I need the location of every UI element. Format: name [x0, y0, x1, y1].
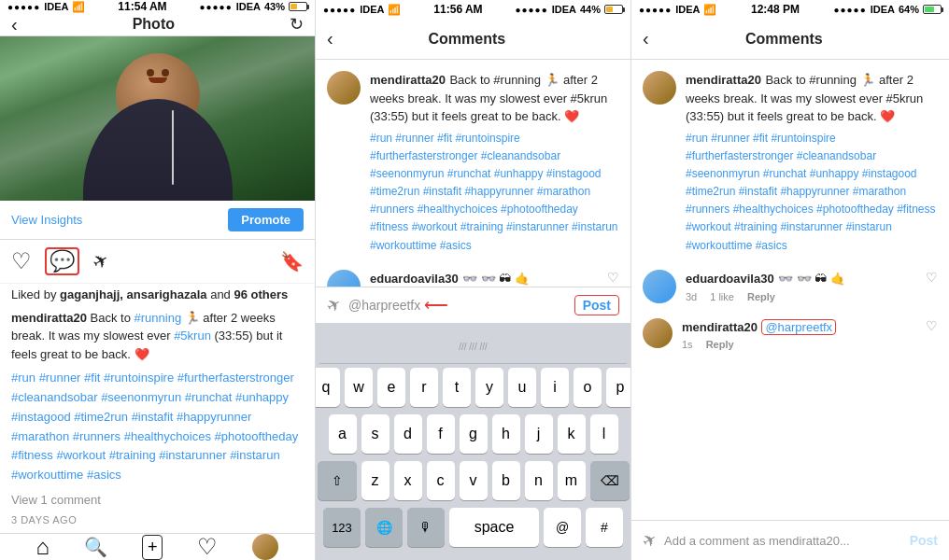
key-e[interactable]: e	[377, 368, 405, 407]
status-right-1: ●●●●● IDEA 43%	[199, 1, 307, 12]
key-f[interactable]: f	[427, 414, 455, 454]
post-time-ago: 3 DAYS AGO	[0, 511, 315, 533]
key-b[interactable]: b	[492, 461, 520, 500]
comment-username-3-2: eduardoavila30	[686, 272, 774, 286]
panel-comments-keyboard: ●●●●● IDEA 📶 11:56 AM ●●●●● IDEA 44% ‹ C…	[316, 0, 631, 560]
post-button-2[interactable]: Post	[574, 295, 619, 315]
key-123[interactable]: 123	[323, 508, 361, 547]
bookmark-icon[interactable]: 🔖	[280, 250, 304, 273]
comment-item-3-1: mendiratta20 Back to #running 🏃 after 2 …	[643, 71, 938, 255]
time-3: 12:48 PM	[751, 3, 800, 16]
profile-nav-avatar[interactable]	[252, 534, 278, 560]
back-button-3[interactable]: ‹	[643, 28, 649, 49]
key-d[interactable]: d	[394, 414, 422, 454]
input-send-icon-2: ✈	[323, 293, 346, 318]
key-x[interactable]: x	[394, 461, 422, 500]
view-comments-link[interactable]: View 1 comment	[0, 489, 315, 511]
key-p[interactable]: p	[606, 368, 631, 407]
comment-like-icon-3-3[interactable]: ♡	[926, 318, 938, 350]
key-n[interactable]: n	[525, 461, 553, 500]
signal-2-2: ●●●●●	[515, 5, 547, 15]
comment-item-3-3: mendiratta20 @harpreetfx 1s Reply ♡	[643, 318, 938, 350]
key-y[interactable]: y	[475, 368, 503, 407]
comment-icon[interactable]: 💬	[45, 247, 79, 275]
time-2: 11:56 AM	[433, 3, 482, 16]
status-bar-1: ●●●●● IDEA 📶 11:54 AM ●●●●● IDEA 43%	[0, 0, 315, 13]
nav-bar-comments-2: ‹ Comments	[316, 19, 630, 60]
carrier-2-2: IDEA	[552, 4, 576, 15]
key-globe[interactable]: 🌐	[365, 508, 403, 547]
nav-bar-photo: ‹ Photo ↻	[0, 13, 315, 36]
suggestion-dividers: /// /// ///	[459, 342, 488, 352]
comment-item-2: eduardoavila30 👓 👓 🕶 🤙 3d 1 like Reply ♡	[327, 270, 619, 287]
caption: mendiratta20 Back to #running 🏃 after 2 …	[0, 305, 315, 368]
back-button-2[interactable]: ‹	[327, 28, 333, 49]
promote-button[interactable]: Promote	[228, 208, 304, 231]
key-hash[interactable]: #	[586, 508, 623, 547]
key-g[interactable]: g	[460, 414, 488, 454]
comment-hashtags-3-1: #run #runner #fit #runtoinspire #further…	[686, 126, 938, 255]
key-z[interactable]: z	[361, 461, 390, 500]
reply-button-3-3[interactable]: Reply	[706, 339, 734, 350]
heart-icon[interactable]: ♡	[11, 248, 32, 274]
key-m[interactable]: m	[558, 461, 586, 500]
comment-body-3-3: mendiratta20 @harpreetfx 1s Reply	[682, 318, 916, 350]
wifi-icon-3: 📶	[703, 4, 716, 16]
key-k[interactable]: k	[558, 414, 586, 454]
refresh-icon-1[interactable]: ↻	[290, 14, 304, 35]
battery-icon-1	[289, 2, 307, 11]
key-u[interactable]: u	[508, 368, 536, 407]
key-s[interactable]: s	[361, 414, 390, 454]
key-j[interactable]: j	[525, 414, 553, 454]
likes-count: Liked by gaganjhajj, ansarighazala and 9…	[0, 284, 315, 305]
caption-text: Back to	[91, 311, 135, 325]
battery-icon-3	[923, 5, 942, 14]
nav-title-1: Photo	[133, 16, 175, 33]
key-h[interactable]: h	[492, 414, 520, 454]
key-space[interactable]: space	[449, 508, 539, 547]
insights-bar: View Insights Promote	[0, 201, 315, 240]
comment-meta-3-2: 3d 1 like Reply	[686, 291, 916, 302]
post-button-3[interactable]: Post	[910, 533, 938, 548]
input-value-2: @harpreetfx	[348, 298, 420, 313]
back-button-1[interactable]: ‹	[11, 14, 18, 35]
status-left-1: ●●●●● IDEA 📶	[7, 1, 85, 13]
search-nav-icon[interactable]: 🔍	[84, 536, 107, 558]
key-t[interactable]: t	[443, 368, 471, 407]
comments-list-2: mendiratta20 Back to #running 🏃 after 2 …	[316, 60, 630, 287]
battery-pct-1: 43%	[264, 1, 285, 12]
key-o[interactable]: o	[574, 368, 602, 407]
wifi-icon-1: 📶	[72, 1, 85, 13]
comment-avatar-2	[327, 270, 361, 287]
key-i[interactable]: i	[541, 368, 569, 407]
status-left-3: ●●●●● IDEA 📶	[639, 4, 716, 16]
status-bar-3: ●●●●● IDEA 📶 12:48 PM ●●●●● IDEA 64%	[631, 0, 949, 19]
key-a[interactable]: a	[329, 414, 357, 454]
comment-like-icon-3-2[interactable]: ♡	[926, 270, 938, 303]
key-c[interactable]: c	[427, 461, 455, 500]
heart-nav-icon[interactable]: ♡	[197, 534, 218, 560]
photo-image	[0, 36, 315, 200]
reply-button-3-2[interactable]: Reply	[747, 291, 775, 302]
key-mic[interactable]: 🎙	[407, 508, 445, 547]
key-q[interactable]: q	[316, 368, 340, 407]
keyboard-suggestions: /// /// ///	[319, 330, 627, 364]
key-shift[interactable]: ⇧	[318, 461, 357, 500]
key-v[interactable]: v	[460, 461, 488, 500]
key-delete[interactable]: ⌫	[590, 461, 630, 500]
home-nav-icon[interactable]: ⌂	[35, 534, 50, 560]
comment-username-1: mendiratta20	[370, 73, 446, 87]
send-icon[interactable]: ✈	[88, 247, 113, 274]
key-r[interactable]: r	[410, 368, 438, 407]
battery-icon-2	[604, 5, 623, 14]
key-w[interactable]: w	[345, 368, 373, 407]
view-insights-link[interactable]: View Insights	[11, 213, 82, 227]
keyboard-row-2: a s d f g h j k l	[319, 414, 627, 454]
key-l[interactable]: l	[590, 414, 618, 454]
add-nav-icon[interactable]: +	[142, 535, 163, 560]
carrier-2-1: IDEA	[236, 1, 261, 12]
status-right-3: ●●●●● IDEA 64%	[833, 4, 942, 15]
comment-like-icon-2[interactable]: ♡	[607, 270, 619, 287]
status-right-2: ●●●●● IDEA 44%	[515, 4, 623, 15]
key-at[interactable]: @	[544, 508, 581, 547]
